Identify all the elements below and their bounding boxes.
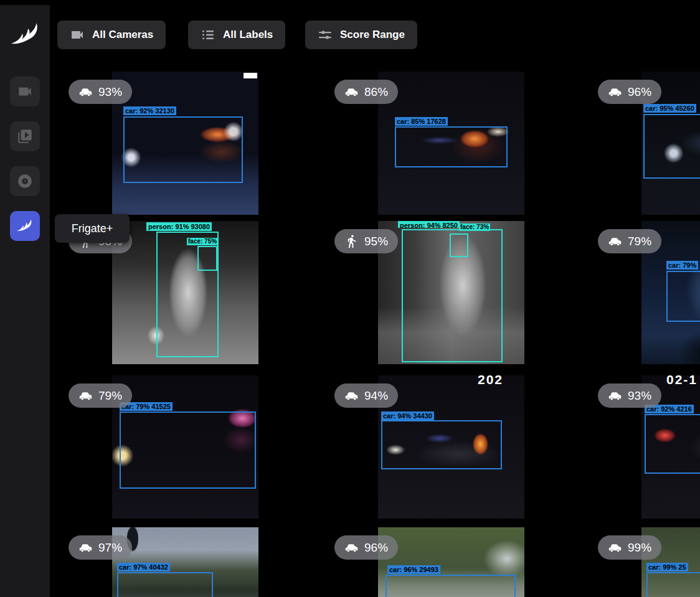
detection-card[interactable]: car: 95% 45260 96% (641, 72, 700, 215)
score-badge: 86% (334, 80, 398, 104)
score-badge: 95% (334, 229, 398, 253)
score-badge: 94% (334, 383, 398, 408)
score-text: 96% (364, 541, 388, 555)
detection-bounding-box (646, 572, 700, 597)
camera-icon (70, 27, 85, 42)
detection-card[interactable]: car: 92% 32130 93% (112, 72, 258, 215)
camera-icon (17, 83, 33, 100)
score-badge: 79% (598, 229, 661, 253)
score-text: 97% (98, 541, 122, 555)
detection-bounding-box (395, 126, 508, 167)
score-text: 94% (364, 389, 388, 403)
export-icon (17, 173, 33, 189)
detection-card[interactable]: car: 99% 25 99% (641, 527, 700, 597)
score-text: 93% (98, 85, 122, 99)
car-icon (78, 540, 93, 555)
snapshot-thumbnail: car: 79% 41525 (112, 375, 258, 519)
score-badge: 79% (69, 383, 132, 408)
detection-bounding-box (120, 411, 256, 489)
car-icon (608, 234, 622, 248)
car-icon (608, 540, 622, 555)
detection-card[interactable]: person: 91% 93080 face: 75% 98% (112, 221, 258, 364)
all-cameras-label: All Cameras (92, 29, 153, 41)
score-text: 86% (364, 85, 388, 99)
score-text: 96% (628, 85, 651, 99)
detection-label: car: 95% 45260 (643, 104, 696, 113)
car-icon (344, 85, 359, 99)
detection-bounding-box (645, 414, 700, 474)
snapshot-thumbnail: 202 car: 94% 34430 (378, 375, 524, 519)
detection-label: car: 92% 32130 (123, 106, 176, 115)
snapshot-thumbnail: car: 96% 29493 (378, 527, 524, 597)
face-label: face: 73% (459, 223, 490, 231)
score-badge: 97% (69, 535, 132, 560)
detection-card[interactable]: car: 96% 29493 96% (378, 527, 524, 597)
score-text: 99% (628, 541, 651, 555)
frigate-plus-icon (16, 217, 34, 235)
snapshot-thumbnail: car: 92% 32130 (112, 72, 258, 215)
sidebar-item-frigate-plus[interactable] (10, 211, 40, 241)
all-cameras-button[interactable]: All Cameras (57, 21, 166, 49)
score-text: 95% (364, 235, 388, 248)
all-labels-button[interactable]: All Labels (188, 21, 285, 49)
face-label: face: 75% (187, 238, 218, 245)
list-icon (201, 27, 215, 42)
detection-bounding-box (117, 572, 213, 597)
detection-card[interactable]: 02-1 03 car: 92% 4216 93% (641, 375, 700, 519)
car-icon (344, 540, 359, 555)
sidebar-item-export[interactable] (10, 166, 40, 196)
score-badge: 93% (598, 383, 661, 408)
detection-card[interactable]: car: 79% 41525 79% (112, 375, 258, 519)
camera-timestamp: 202 (478, 375, 503, 387)
score-text: 79% (98, 389, 122, 403)
car-icon (608, 388, 622, 403)
review-icon (17, 128, 33, 144)
car-icon (344, 388, 359, 403)
sidebar-item-review[interactable] (10, 121, 40, 151)
detection-card[interactable]: car: 79% 79% (641, 221, 700, 364)
car-icon (608, 85, 622, 99)
sliders-icon (318, 27, 333, 42)
detection-card[interactable]: car: 85% 17628 86% (378, 72, 524, 215)
snapshot-thumbnail: person: 94% 8250 face: 73% (378, 221, 524, 364)
person-icon (344, 234, 359, 248)
score-text: 93% (628, 389, 651, 403)
detection-bounding-box (123, 116, 243, 183)
detection-bounding-box (381, 420, 502, 469)
car-icon (78, 85, 93, 99)
face-bounding-box (450, 233, 468, 257)
detection-card[interactable]: 202 car: 94% 34430 94% (378, 375, 524, 519)
detection-label: person: 91% 93080 (146, 222, 212, 231)
snapshot-thumbnail: car: 97% 40432 (112, 527, 258, 597)
frigate-logo (9, 19, 42, 51)
face-bounding-box (197, 246, 217, 271)
detection-label: car: 99% 25 (646, 563, 688, 571)
score-range-button[interactable]: Score Range (305, 21, 417, 49)
detection-bounding-box (643, 114, 700, 179)
score-range-label: Score Range (340, 29, 405, 41)
snapshot-thumbnail: car: 85% 17628 (378, 72, 524, 215)
sidebar-item-live[interactable] (10, 77, 40, 106)
score-badge: 96% (334, 535, 398, 560)
camera-timestamp: 02-1 03 (666, 375, 700, 387)
detection-card[interactable]: car: 97% 40432 97% (112, 527, 258, 597)
tooltip-frigate-plus: Frigate+ (55, 214, 130, 243)
detection-label: car: 94% 34430 (381, 411, 434, 420)
car-icon (78, 388, 93, 403)
detection-card[interactable]: person: 94% 8250 face: 73% 95% (378, 221, 524, 364)
detection-label: car: 79% (666, 261, 698, 270)
detection-label: person: 94% 8250 (398, 221, 460, 228)
detection-label: car: 85% 17628 (395, 117, 448, 126)
score-badge: 93% (69, 80, 132, 104)
score-badge: 99% (598, 535, 661, 560)
detection-label: car: 97% 40432 (117, 563, 170, 571)
sidebar (0, 5, 50, 597)
detection-bounding-box (385, 575, 516, 597)
detection-bounding-box (666, 271, 700, 322)
score-text: 79% (628, 235, 651, 248)
all-labels-label: All Labels (223, 29, 273, 41)
snapshot-thumbnail: person: 91% 93080 face: 75% (112, 221, 258, 364)
detection-label: car: 96% 29493 (387, 565, 440, 574)
score-badge: 96% (598, 80, 661, 104)
